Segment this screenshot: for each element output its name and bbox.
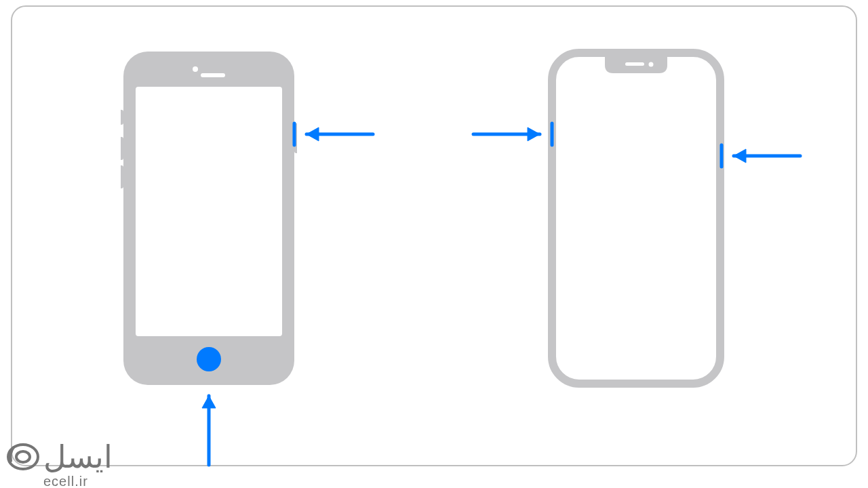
svg-rect-9 xyxy=(625,62,644,66)
diagram-frame xyxy=(11,5,857,466)
svg-marker-18 xyxy=(202,396,216,408)
iphone-face-id-illustration xyxy=(548,49,724,388)
svg-point-2 xyxy=(193,66,198,72)
brand-name: ایسل xyxy=(43,441,113,472)
svg-rect-5 xyxy=(121,137,123,160)
logo-mark-icon xyxy=(7,441,39,473)
svg-point-10 xyxy=(649,62,654,67)
arrow-right-phone-volume-button xyxy=(467,121,555,148)
svg-rect-1 xyxy=(136,87,282,336)
svg-marker-21 xyxy=(528,127,540,141)
svg-marker-24 xyxy=(734,149,746,163)
arrow-left-phone-home-button xyxy=(195,381,222,469)
arrow-right-phone-side-button xyxy=(719,142,807,169)
svg-marker-16 xyxy=(307,127,319,141)
iphone-home-button-illustration xyxy=(121,49,297,388)
home-button-icon xyxy=(197,347,221,371)
svg-point-26 xyxy=(16,451,30,462)
svg-rect-12 xyxy=(548,150,552,178)
brand-logo: ایسل ecell.ir xyxy=(7,441,113,488)
arrow-left-phone-side-button xyxy=(292,121,380,148)
svg-rect-8 xyxy=(552,53,720,384)
svg-rect-6 xyxy=(121,165,123,188)
svg-rect-4 xyxy=(121,110,123,125)
svg-rect-3 xyxy=(201,73,225,77)
brand-url: ecell.ir xyxy=(43,474,113,488)
